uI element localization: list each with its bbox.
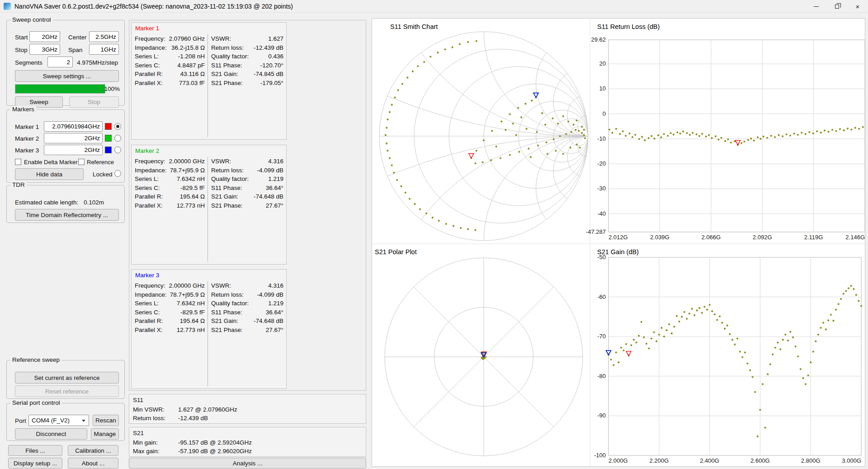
marker3-detail-title: Marker 3 <box>135 272 159 279</box>
detail-row: Series C:-829.5 fF <box>135 184 205 193</box>
field-value: -829.5 fF <box>180 308 205 317</box>
tdr-button[interactable]: Time Domain Reflectometry ... <box>15 209 119 221</box>
detail-row: Frequency:2.07960 GHz <box>135 34 205 43</box>
field-label: Parallel R: <box>135 192 163 201</box>
about-button[interactable]: About ... <box>68 458 118 469</box>
marker3-radio[interactable] <box>114 147 121 153</box>
field-value: 36.64° <box>266 184 283 193</box>
marker1-radio[interactable] <box>114 123 121 130</box>
svg-text:-70: -70 <box>597 333 606 340</box>
marker1-label: Marker 1 <box>15 123 39 130</box>
locked-radio[interactable] <box>114 170 121 177</box>
field-label: Frequency: <box>135 34 165 43</box>
detail-row: Max gain:-57.190 dB @ 2.96020GHz <box>133 447 362 455</box>
reference-sweep-title: Reference sweep <box>10 356 61 363</box>
field-label: Impedance: <box>135 43 167 52</box>
progress-fill <box>15 85 105 93</box>
detail-row: Series C:4.8487 pF <box>135 61 205 70</box>
field-label: Frequency: <box>135 157 165 166</box>
marker1-input[interactable] <box>44 121 103 132</box>
svg-text:2.092G: 2.092G <box>753 234 772 241</box>
stop-input[interactable] <box>29 44 60 55</box>
start-input[interactable] <box>29 31 60 42</box>
field-value: 4.316 <box>268 281 283 290</box>
field-label: Series L: <box>135 52 159 61</box>
marker2-detail-box: Marker 2 Frequency:2.00000 GHzImpedance:… <box>131 145 287 265</box>
detail-row: Frequency:2.00000 GHz <box>135 157 205 166</box>
marker3-color-swatch[interactable] <box>105 147 112 153</box>
svg-text:2.600G: 2.600G <box>750 457 770 464</box>
detail-row: Return loss:-4.099 dB <box>211 290 283 299</box>
analysis-button[interactable]: Analysis ... <box>129 458 366 469</box>
detail-row: S21 Phase:27.67° <box>211 326 283 335</box>
marker2-right-column: VSWR:4.316Return loss:-4.099 dBQuality f… <box>208 157 286 262</box>
stop-label: Stop <box>15 47 28 53</box>
svg-text:2.146G: 2.146G <box>845 234 865 241</box>
marker2-radio[interactable] <box>114 135 121 142</box>
svg-text:2.400G: 2.400G <box>700 457 719 464</box>
field-label: Frequency: <box>135 281 165 290</box>
minimize-button[interactable] <box>806 0 826 13</box>
marker2-input[interactable] <box>44 133 103 143</box>
center-input[interactable] <box>89 31 119 42</box>
cable-length-label: Estimated cable length: <box>15 199 78 206</box>
marker1-color-swatch[interactable] <box>105 123 112 130</box>
field-value: 1.627 @ 2.07960GHz <box>178 405 237 414</box>
disconnect-button[interactable]: Disconnect <box>15 428 87 440</box>
field-label: Series C: <box>135 184 160 193</box>
reset-reference-button[interactable]: Reset reference <box>15 385 119 397</box>
smith-grid <box>372 19 865 466</box>
tdr-group: TDR Estimated cable length: 0.102m Time … <box>6 185 125 223</box>
stop-button[interactable]: Stop <box>69 96 119 108</box>
svg-text:0: 0 <box>603 110 606 117</box>
xy-chart: 2.000G2.200G2.400G2.600G2.800G3.000G-60-… <box>594 254 862 464</box>
detail-row: Return loss:-12.439 dB <box>211 43 283 52</box>
files-button[interactable]: Files ... <box>8 445 62 456</box>
sweep-settings-button[interactable]: Sweep settings ... <box>15 70 119 82</box>
calibration-button[interactable]: Calibration ... <box>68 445 118 456</box>
svg-text:-30: -30 <box>597 185 606 192</box>
s11-summary-box: S11 Min VSWR:1.627 @ 2.07960GHzReturn lo… <box>129 394 366 424</box>
svg-text:2.800G: 2.800G <box>801 457 821 464</box>
marker1-detail-box: Marker 1 Frequency:2.07960 GHzImpedance:… <box>131 22 287 140</box>
field-label: Return loss: <box>133 414 178 422</box>
field-value: -12.439 dB <box>254 43 283 52</box>
charts-canvas[interactable]: 2.012G2.039G2.066G2.092G2.119G2.146G2010… <box>372 19 865 466</box>
svg-text:-10: -10 <box>597 135 606 142</box>
field-label: VSWR: <box>211 157 231 166</box>
reference-sweep-group: Reference sweep Set current as reference… <box>6 360 125 399</box>
port-select[interactable]: COM4 (F_V2) <box>28 415 89 426</box>
field-label: Parallel X: <box>135 326 163 335</box>
svg-text:-40: -40 <box>597 210 606 217</box>
app-icon <box>4 3 11 10</box>
field-value: 27.67° <box>266 326 283 335</box>
display-setup-button[interactable]: Display setup ... <box>8 458 62 469</box>
set-reference-button[interactable]: Set current as reference <box>15 372 119 384</box>
enable-delta-checkbox[interactable] <box>15 159 21 165</box>
s21-summary-title: S21 <box>133 430 144 436</box>
segments-label: Segments <box>15 59 42 66</box>
maximize-button[interactable] <box>826 0 847 13</box>
serial-port-title: Serial port control <box>10 399 62 406</box>
rescan-button[interactable]: Rescan <box>93 415 119 426</box>
s21-polar-chart-title: S21 Polar Plot <box>375 248 417 256</box>
manage-button[interactable]: Manage <box>91 428 119 440</box>
close-button[interactable]: × <box>847 0 868 13</box>
segments-input[interactable] <box>47 57 73 67</box>
titlebar: NanoVNA Saver 0.6.2.post1.dev2+g2f8c534 … <box>0 0 868 13</box>
span-input[interactable] <box>89 44 119 55</box>
marker2-color-swatch[interactable] <box>105 135 112 142</box>
marker3-input[interactable] <box>44 145 103 155</box>
data-points <box>608 285 862 437</box>
hide-data-button[interactable]: Hide data <box>15 168 84 180</box>
svg-text:2.066G: 2.066G <box>701 234 721 241</box>
s21-gain-chart-title: S21 Gain (dB) <box>597 248 639 256</box>
charts-panel: 2.012G2.039G2.066G2.092G2.119G2.146G2010… <box>372 18 865 467</box>
detail-row: Impedance:78.7+j95.9 Ω <box>135 166 205 175</box>
s11-summary-rows: Min VSWR:1.627 @ 2.07960GHzReturn loss:-… <box>133 405 362 422</box>
detail-row: S21 Gain:-74.845 dB <box>211 70 283 79</box>
svg-text:-80: -80 <box>597 373 606 379</box>
field-value: -74.648 dB <box>254 317 283 326</box>
reference-checkbox[interactable] <box>78 159 85 165</box>
detail-row: VSWR:4.316 <box>211 157 283 166</box>
